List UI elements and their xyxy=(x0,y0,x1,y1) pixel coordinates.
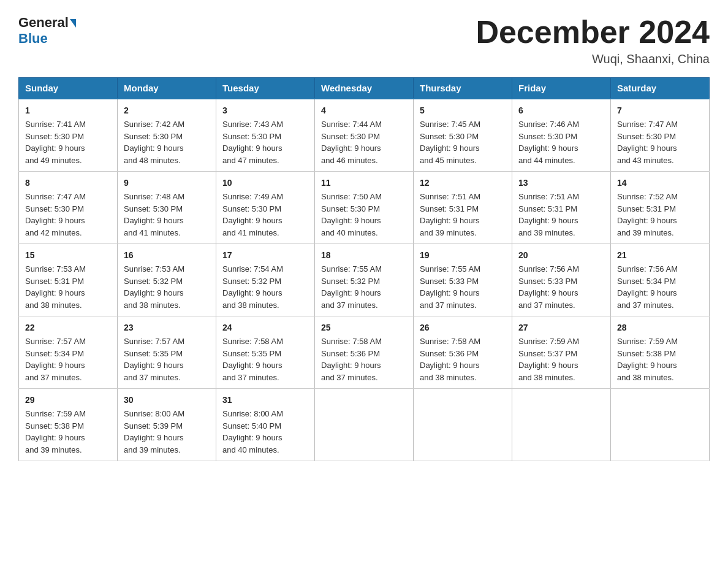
calendar-cell xyxy=(315,389,414,461)
calendar-cell: 16Sunrise: 7:53 AMSunset: 5:32 PMDayligh… xyxy=(118,244,216,316)
calendar-cell: 31Sunrise: 8:00 AMSunset: 5:40 PMDayligh… xyxy=(216,389,315,461)
calendar-week-2: 8Sunrise: 7:47 AMSunset: 5:30 PMDaylight… xyxy=(19,172,710,244)
day-number: 7 xyxy=(617,104,703,117)
calendar-cell: 29Sunrise: 7:59 AMSunset: 5:38 PMDayligh… xyxy=(19,389,118,461)
day-number: 31 xyxy=(222,394,308,407)
logo-general-text: General xyxy=(18,15,69,31)
day-number: 11 xyxy=(321,177,407,190)
header-cell-wednesday: Wednesday xyxy=(315,78,414,99)
header-cell-sunday: Sunday xyxy=(19,78,118,99)
calendar-cell xyxy=(512,389,611,461)
calendar-cell: 19Sunrise: 7:55 AMSunset: 5:33 PMDayligh… xyxy=(414,244,512,316)
day-info: Sunrise: 7:57 AMSunset: 5:35 PMDaylight:… xyxy=(124,337,184,382)
day-number: 17 xyxy=(222,249,308,262)
day-info: Sunrise: 7:42 AMSunset: 5:30 PMDaylight:… xyxy=(124,120,184,165)
day-number: 19 xyxy=(420,249,506,262)
calendar-cell xyxy=(414,389,512,461)
day-info: Sunrise: 7:55 AMSunset: 5:32 PMDaylight:… xyxy=(321,264,382,310)
header-cell-tuesday: Tuesday xyxy=(216,78,315,99)
day-info: Sunrise: 7:50 AMSunset: 5:30 PMDaylight:… xyxy=(321,192,382,237)
calendar-cell: 11Sunrise: 7:50 AMSunset: 5:30 PMDayligh… xyxy=(315,172,414,244)
day-info: Sunrise: 7:53 AMSunset: 5:32 PMDaylight:… xyxy=(124,264,184,310)
day-number: 30 xyxy=(124,394,210,407)
calendar-cell: 2Sunrise: 7:42 AMSunset: 5:30 PMDaylight… xyxy=(118,99,216,172)
day-number: 4 xyxy=(321,104,407,117)
day-info: Sunrise: 7:49 AMSunset: 5:30 PMDaylight:… xyxy=(222,192,283,237)
month-title: December 2024 xyxy=(476,15,710,50)
day-info: Sunrise: 7:43 AMSunset: 5:30 PMDaylight:… xyxy=(222,120,283,165)
day-number: 23 xyxy=(124,321,210,334)
day-number: 29 xyxy=(25,394,111,407)
calendar-cell: 12Sunrise: 7:51 AMSunset: 5:31 PMDayligh… xyxy=(414,172,512,244)
page-header: General Blue December 2024 Wuqi, Shaanxi… xyxy=(18,15,710,66)
day-info: Sunrise: 7:58 AMSunset: 5:36 PMDaylight:… xyxy=(420,337,480,382)
day-number: 27 xyxy=(518,321,604,334)
location: Wuqi, Shaanxi, China xyxy=(476,52,710,66)
day-number: 25 xyxy=(321,321,407,334)
day-info: Sunrise: 7:47 AMSunset: 5:30 PMDaylight:… xyxy=(617,120,678,165)
day-number: 20 xyxy=(518,249,604,262)
day-info: Sunrise: 7:41 AMSunset: 5:30 PMDaylight:… xyxy=(25,120,86,165)
day-number: 18 xyxy=(321,249,407,262)
day-number: 12 xyxy=(420,177,506,190)
day-number: 3 xyxy=(222,104,308,117)
calendar-cell: 23Sunrise: 7:57 AMSunset: 5:35 PMDayligh… xyxy=(118,316,216,389)
calendar-cell: 27Sunrise: 7:59 AMSunset: 5:37 PMDayligh… xyxy=(512,316,611,389)
day-number: 28 xyxy=(617,321,703,334)
day-number: 6 xyxy=(518,104,604,117)
day-number: 10 xyxy=(222,177,308,190)
calendar-week-5: 29Sunrise: 7:59 AMSunset: 5:38 PMDayligh… xyxy=(19,389,710,461)
day-info: Sunrise: 7:59 AMSunset: 5:38 PMDaylight:… xyxy=(617,337,678,382)
day-info: Sunrise: 7:48 AMSunset: 5:30 PMDaylight:… xyxy=(124,192,184,237)
day-info: Sunrise: 8:00 AMSunset: 5:40 PMDaylight:… xyxy=(222,409,283,454)
calendar-week-1: 1Sunrise: 7:41 AMSunset: 5:30 PMDaylight… xyxy=(19,99,710,172)
header-cell-saturday: Saturday xyxy=(611,78,710,99)
calendar-cell: 7Sunrise: 7:47 AMSunset: 5:30 PMDaylight… xyxy=(611,99,710,172)
calendar-cell: 25Sunrise: 7:58 AMSunset: 5:36 PMDayligh… xyxy=(315,316,414,389)
calendar-cell: 24Sunrise: 7:58 AMSunset: 5:35 PMDayligh… xyxy=(216,316,315,389)
day-info: Sunrise: 7:58 AMSunset: 5:36 PMDaylight:… xyxy=(321,337,382,382)
day-number: 24 xyxy=(222,321,308,334)
day-info: Sunrise: 7:56 AMSunset: 5:33 PMDaylight:… xyxy=(518,264,579,310)
day-number: 26 xyxy=(420,321,506,334)
calendar-cell: 10Sunrise: 7:49 AMSunset: 5:30 PMDayligh… xyxy=(216,172,315,244)
day-info: Sunrise: 7:53 AMSunset: 5:31 PMDaylight:… xyxy=(25,264,86,310)
calendar-cell: 4Sunrise: 7:44 AMSunset: 5:30 PMDaylight… xyxy=(315,99,414,172)
calendar-cell: 5Sunrise: 7:45 AMSunset: 5:30 PMDaylight… xyxy=(414,99,512,172)
calendar-cell: 8Sunrise: 7:47 AMSunset: 5:30 PMDaylight… xyxy=(19,172,118,244)
header-cell-thursday: Thursday xyxy=(414,78,512,99)
day-info: Sunrise: 7:44 AMSunset: 5:30 PMDaylight:… xyxy=(321,120,382,165)
calendar-cell: 13Sunrise: 7:51 AMSunset: 5:31 PMDayligh… xyxy=(512,172,611,244)
day-number: 14 xyxy=(617,177,703,190)
calendar-cell: 9Sunrise: 7:48 AMSunset: 5:30 PMDaylight… xyxy=(118,172,216,244)
calendar-cell: 1Sunrise: 7:41 AMSunset: 5:30 PMDaylight… xyxy=(19,99,118,172)
day-info: Sunrise: 7:58 AMSunset: 5:35 PMDaylight:… xyxy=(222,337,283,382)
calendar-header: SundayMondayTuesdayWednesdayThursdayFrid… xyxy=(19,78,710,99)
calendar-cell: 22Sunrise: 7:57 AMSunset: 5:34 PMDayligh… xyxy=(19,316,118,389)
title-block: December 2024 Wuqi, Shaanxi, China xyxy=(476,15,710,66)
day-number: 8 xyxy=(25,177,111,190)
day-number: 9 xyxy=(124,177,210,190)
logo: General Blue xyxy=(18,15,76,47)
day-info: Sunrise: 7:52 AMSunset: 5:31 PMDaylight:… xyxy=(617,192,678,237)
calendar-cell xyxy=(611,389,710,461)
day-info: Sunrise: 7:57 AMSunset: 5:34 PMDaylight:… xyxy=(25,337,86,382)
day-info: Sunrise: 7:45 AMSunset: 5:30 PMDaylight:… xyxy=(420,120,480,165)
day-info: Sunrise: 7:46 AMSunset: 5:30 PMDaylight:… xyxy=(518,120,579,165)
day-info: Sunrise: 7:59 AMSunset: 5:38 PMDaylight:… xyxy=(25,409,86,454)
day-number: 13 xyxy=(518,177,604,190)
day-number: 16 xyxy=(124,249,210,262)
day-info: Sunrise: 7:56 AMSunset: 5:34 PMDaylight:… xyxy=(617,264,678,310)
day-number: 5 xyxy=(420,104,506,117)
logo-blue-text: Blue xyxy=(18,31,48,46)
day-number: 1 xyxy=(25,104,111,117)
day-number: 15 xyxy=(25,249,111,262)
day-number: 2 xyxy=(124,104,210,117)
header-cell-monday: Monday xyxy=(118,78,216,99)
header-row: SundayMondayTuesdayWednesdayThursdayFrid… xyxy=(19,78,710,99)
day-info: Sunrise: 7:51 AMSunset: 5:31 PMDaylight:… xyxy=(518,192,579,237)
calendar-week-3: 15Sunrise: 7:53 AMSunset: 5:31 PMDayligh… xyxy=(19,244,710,316)
logo-triangle-icon xyxy=(70,19,76,28)
day-info: Sunrise: 7:55 AMSunset: 5:33 PMDaylight:… xyxy=(420,264,480,310)
calendar-cell: 20Sunrise: 7:56 AMSunset: 5:33 PMDayligh… xyxy=(512,244,611,316)
